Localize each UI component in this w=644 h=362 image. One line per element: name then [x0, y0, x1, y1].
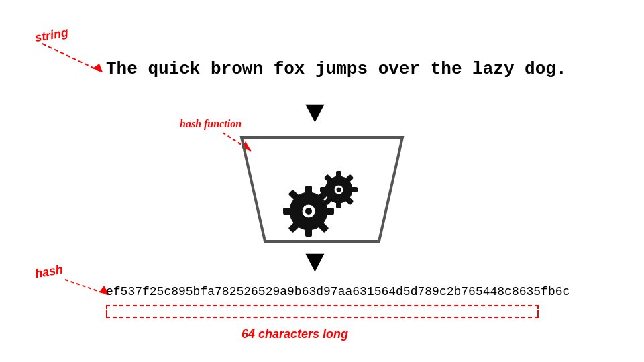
hash-label: hash — [34, 263, 64, 282]
chars-long-label: 64 characters long — [241, 327, 348, 341]
svg-rect-21 — [351, 187, 358, 192]
svg-rect-19 — [336, 171, 341, 178]
svg-rect-9 — [305, 227, 312, 237]
svg-rect-11 — [283, 208, 292, 215]
hash-output-text: ef537f25c895bfa782526529a9b63d97aa631564… — [106, 285, 570, 298]
svg-rect-22 — [320, 187, 327, 192]
hash-border — [106, 305, 539, 318]
string-arrow — [39, 40, 113, 80]
gears-icon — [282, 171, 362, 245]
arrow-down-1: ▼ — [305, 97, 325, 129]
hash-function-box — [238, 134, 406, 245]
svg-rect-8 — [305, 186, 312, 195]
svg-point-18 — [337, 188, 341, 192]
svg-rect-10 — [325, 208, 334, 215]
input-string-text: The quick brown fox jumps over the lazy … — [106, 59, 567, 79]
svg-rect-20 — [336, 202, 341, 208]
svg-point-7 — [305, 208, 312, 215]
arrow-down-2: ▼ — [305, 247, 325, 279]
svg-marker-1 — [93, 64, 103, 72]
